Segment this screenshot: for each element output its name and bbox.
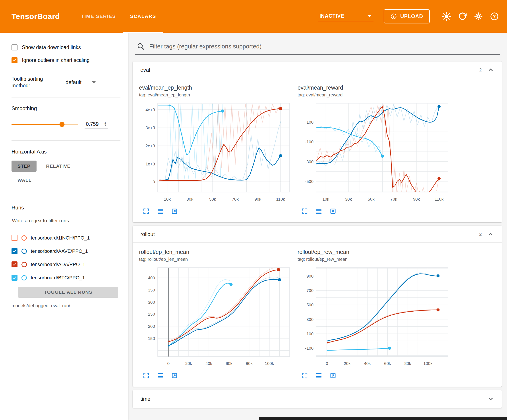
svg-text:70k: 70k bbox=[232, 197, 239, 201]
sync-status-label: INACTIVE bbox=[319, 13, 344, 19]
info-icon bbox=[390, 13, 397, 20]
chart-rollout-ep-rew-mean: rollout/ep_rew_mean tag: rollout/ep_rew_… bbox=[297, 249, 450, 379]
line-chart: 10k30k50k70k90k110k01e+32e+33e+34e+3 bbox=[139, 100, 292, 206]
line-chart: 020k40k60k80k100k150200250300350400 bbox=[139, 264, 292, 370]
data-table-icon[interactable] bbox=[157, 208, 164, 215]
svg-text:?: ? bbox=[493, 14, 496, 19]
svg-text:0: 0 bbox=[167, 361, 170, 366]
data-table-icon[interactable] bbox=[315, 208, 322, 215]
expand-chart-icon[interactable] bbox=[301, 208, 308, 215]
run-checkbox[interactable] bbox=[12, 235, 17, 241]
bottom-strip bbox=[259, 417, 507, 420]
help-icon[interactable]: ? bbox=[489, 11, 500, 21]
fit-domain-icon[interactable] bbox=[171, 372, 178, 379]
toggle-all-runs-button[interactable]: TOGGLE ALL RUNS bbox=[18, 287, 118, 298]
svg-text:90k: 90k bbox=[254, 197, 261, 201]
tooltip-sorting-value: default bbox=[65, 79, 81, 85]
run-checkbox[interactable] bbox=[12, 275, 17, 281]
chart-toolbar bbox=[139, 372, 292, 379]
upload-label: UPLOAD bbox=[400, 14, 423, 20]
data-table-icon[interactable] bbox=[157, 372, 164, 379]
upload-button[interactable]: UPLOAD bbox=[384, 9, 430, 23]
svg-text:900: 900 bbox=[306, 274, 314, 278]
ignore-outliers-checkbox[interactable] bbox=[12, 57, 17, 63]
tab-label: TIME SERIES bbox=[81, 14, 116, 19]
ignore-outliers-label: Ignore outliers in chart scaling bbox=[22, 57, 90, 63]
tab-scalars[interactable]: SCALARS bbox=[123, 0, 163, 33]
axis-options-row: STEP RELATIVE bbox=[12, 161, 120, 172]
run-item[interactable]: tensorboard/BTC/PPO_1 bbox=[12, 273, 120, 282]
svg-text:-100: -100 bbox=[305, 346, 314, 351]
fit-domain-icon[interactable] bbox=[171, 208, 178, 215]
chart-eval-mean-reward: eval/mean_reward tag: eval/mean_reward 1… bbox=[297, 84, 450, 215]
section-count: 2 bbox=[479, 232, 482, 237]
run-item[interactable]: tensorboard/1INCH/PPO_1 bbox=[12, 234, 120, 242]
chart-tag: tag: eval/mean_reward bbox=[297, 92, 450, 97]
run-item[interactable]: tensorboard/AAVE/PPO_1 bbox=[12, 247, 120, 256]
chart-title: rollout/ep_len_mean bbox=[139, 249, 292, 255]
check-icon bbox=[12, 249, 17, 254]
runs-filter-input[interactable] bbox=[12, 216, 120, 227]
fit-domain-icon[interactable] bbox=[330, 208, 337, 215]
divider bbox=[12, 195, 120, 195]
svg-text:100k: 100k bbox=[423, 361, 433, 366]
line-chart: 10k30k50k70k90k110k100-100-300-500 bbox=[297, 100, 450, 206]
svg-text:500: 500 bbox=[306, 303, 314, 307]
svg-text:300: 300 bbox=[148, 300, 155, 304]
svg-text:0: 0 bbox=[153, 179, 155, 184]
run-label: tensorboard/1INCH/PPO_1 bbox=[31, 235, 90, 241]
tab-time-series[interactable]: TIME SERIES bbox=[74, 0, 123, 33]
smoothing-value-input[interactable]: 0.759 ▲▼ bbox=[84, 120, 108, 129]
axis-step-button[interactable]: STEP bbox=[12, 161, 36, 172]
expand-chart-icon[interactable] bbox=[143, 208, 150, 215]
show-data-download-checkbox[interactable] bbox=[12, 44, 17, 50]
run-color-circle bbox=[21, 262, 27, 267]
expand-chart-icon[interactable] bbox=[143, 372, 150, 379]
run-checkbox[interactable] bbox=[12, 248, 17, 254]
chevron-down-icon[interactable] bbox=[487, 395, 494, 403]
fit-domain-icon[interactable] bbox=[330, 372, 337, 379]
axis-wall-button[interactable]: WALL bbox=[12, 175, 37, 186]
data-table-icon[interactable] bbox=[315, 372, 322, 379]
svg-text:110k: 110k bbox=[435, 197, 444, 201]
chevron-up-icon[interactable] bbox=[487, 66, 494, 73]
smoothing-label: Smoothing bbox=[12, 105, 120, 111]
sync-status-dropdown[interactable]: INACTIVE bbox=[318, 11, 373, 22]
section-rollout: rollout 2 rollout/ep_len_mean tag: rollo… bbox=[133, 226, 502, 387]
settings-gear-icon[interactable] bbox=[473, 11, 484, 21]
svg-text:60k: 60k bbox=[225, 361, 232, 366]
refresh-icon[interactable] bbox=[458, 11, 468, 21]
expand-chart-icon[interactable] bbox=[301, 372, 308, 379]
svg-text:150: 150 bbox=[148, 336, 155, 341]
svg-text:3e+3: 3e+3 bbox=[145, 125, 155, 130]
tooltip-sorting-select[interactable]: default bbox=[64, 78, 97, 86]
tag-filter-input[interactable] bbox=[149, 43, 498, 50]
ignore-outliers-row[interactable]: Ignore outliers in chart scaling bbox=[12, 56, 120, 65]
chart-tag: tag: rollout/ep_len_mean bbox=[139, 257, 292, 262]
check-icon bbox=[12, 262, 17, 267]
chevron-down-icon bbox=[92, 81, 96, 83]
svg-text:40k: 40k bbox=[205, 361, 212, 366]
smoothing-slider[interactable] bbox=[12, 124, 78, 125]
run-color-circle bbox=[21, 275, 27, 281]
svg-text:110k: 110k bbox=[276, 197, 285, 201]
smoothing-slider-thumb[interactable] bbox=[59, 122, 64, 127]
chevron-up-icon[interactable] bbox=[487, 231, 494, 238]
section-rollout-header[interactable]: rollout 2 bbox=[133, 226, 502, 243]
run-checkbox[interactable] bbox=[12, 262, 17, 267]
run-color-circle bbox=[21, 248, 27, 254]
section-eval-header[interactable]: eval 2 bbox=[133, 62, 502, 78]
settings-sidebar: Show data download links Ignore outliers… bbox=[0, 33, 128, 420]
svg-text:100k: 100k bbox=[265, 361, 274, 366]
run-item[interactable]: tensorboard/ADA/PPO_1 bbox=[12, 260, 120, 269]
section-time-header[interactable]: time bbox=[133, 390, 502, 408]
show-data-download-row[interactable]: Show data download links bbox=[12, 43, 120, 52]
svg-text:2e+3: 2e+3 bbox=[145, 144, 155, 148]
svg-text:10k: 10k bbox=[164, 197, 171, 201]
brightness-icon[interactable] bbox=[442, 11, 452, 21]
stepper-arrows-icon[interactable]: ▲▼ bbox=[104, 122, 107, 126]
axis-relative-button[interactable]: RELATIVE bbox=[40, 161, 76, 172]
svg-text:90k: 90k bbox=[413, 197, 420, 201]
svg-text:250: 250 bbox=[148, 312, 155, 317]
section-time: time bbox=[133, 390, 502, 408]
